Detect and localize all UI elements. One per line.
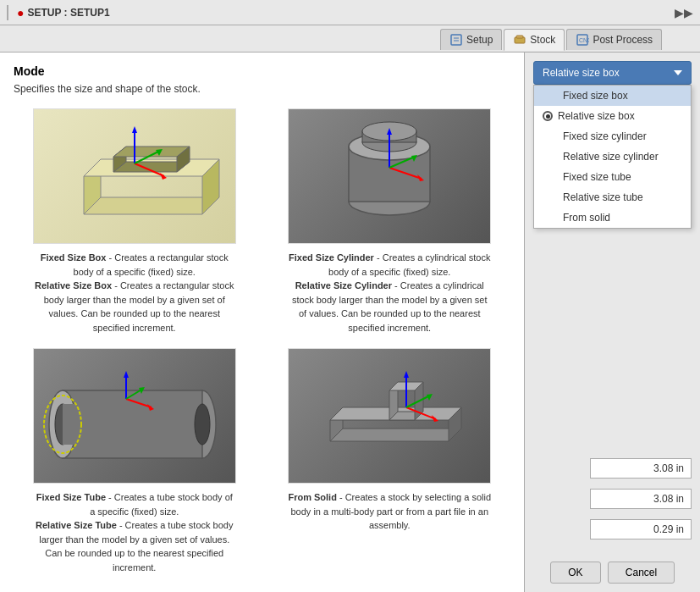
image-cell-solid: From Solid - Creates a stock by selectin… [269, 348, 511, 574]
mode-dropdown-container: Relative size box Fixed size box Relativ… [533, 61, 692, 85]
image-cell-tube: Fixed Size Tube - Creates a tube stock b… [14, 348, 256, 574]
tab-bar: Setup Stock CNC Post Process [0, 25, 700, 53]
dropdown-item-relative-cylinder[interactable]: Relative size cylinder [534, 147, 691, 167]
forward-arrow[interactable]: ▶▶ [675, 6, 693, 19]
tab-setup[interactable]: Setup [440, 29, 502, 50]
dropdown-item-fixed-size-box[interactable]: Fixed size box [534, 86, 691, 106]
dropdown-item-label: Fixed size cylinder [563, 130, 647, 142]
cylinder-svg [296, 113, 482, 240]
mode-dropdown-button[interactable]: Relative size box [533, 61, 692, 85]
main-content: Mode Specifies the size and shape of the… [0, 53, 700, 592]
image-grid: Fixed Size Box - Creates a rectangular s… [14, 108, 510, 574]
caption-box: Fixed Size Box - Creates a rectangular s… [33, 251, 236, 335]
caption-cyl-bold1: Fixed Size Cylinder [289, 252, 374, 263]
caption-tube-text1: - Creates a tube stock body of a specifi… [90, 492, 233, 517]
value-input-1[interactable] [590, 458, 692, 479]
dropdown-item-relative-size-box[interactable]: Relative size box [534, 106, 691, 126]
image-tube [33, 348, 236, 484]
caption-cyl-bold2: Relative Size Cylinder [295, 280, 392, 290]
svg-rect-37 [63, 404, 202, 445]
dropdown-item-label: Fixed size box [563, 90, 628, 102]
button-row: OK Cancel [533, 562, 692, 584]
value-row-3 [533, 519, 692, 539]
top-bar: ● SETUP : SETUP1 ▶▶ [0, 0, 700, 25]
setup-tab-icon [449, 33, 463, 47]
tab-stock-label: Stock [530, 34, 555, 46]
value-input-3[interactable] [590, 519, 692, 539]
caption-tube-bold1: Fixed Size Tube [36, 492, 106, 502]
tab-setup-label: Setup [466, 34, 493, 46]
caption-solid: From Solid - Creates a stock by selectin… [288, 490, 491, 533]
tab-post-process-label: Post Process [593, 34, 653, 46]
dropdown-item-label: Fixed size tube [563, 171, 631, 183]
solid-svg [296, 348, 482, 484]
value-row-1 [533, 458, 692, 479]
value-input-2[interactable] [590, 489, 692, 509]
caption-box-bold2: Relative Size Box [35, 280, 112, 290]
stock-tab-icon [513, 33, 526, 47]
tab-stock[interactable]: Stock [504, 29, 565, 51]
dropdown-menu: Fixed size box Relative size box Fixed s… [533, 85, 692, 229]
svg-point-38 [195, 404, 210, 445]
svg-rect-0 [451, 35, 461, 45]
dropdown-arrow-icon [674, 70, 682, 75]
setup-icon: ● [17, 6, 24, 19]
caption-tube: Fixed Size Tube - Creates a tube stock b… [33, 490, 236, 574]
dropdown-item-label: Relative size box [558, 110, 635, 122]
dropdown-item-from-solid[interactable]: From solid [534, 207, 691, 228]
tube-svg [41, 348, 228, 484]
dropdown-item-fixed-tube[interactable]: Fixed size tube [534, 167, 691, 187]
svg-marker-41 [124, 371, 129, 378]
svg-rect-4 [516, 36, 523, 38]
dropdown-selected-label: Relative size box [543, 67, 620, 79]
image-cell-cylinder: Fixed Size Cylinder - Creates a cylindri… [269, 108, 511, 335]
dropdown-item-label: Relative size cylinder [563, 151, 659, 163]
svg-marker-55 [404, 371, 409, 378]
dropdown-item-relative-tube[interactable]: Relative size tube [534, 187, 691, 207]
svg-marker-7 [84, 197, 219, 214]
radio-selected-icon [543, 111, 553, 121]
dropdown-item-label: From solid [563, 212, 610, 224]
section-title: Mode [14, 64, 510, 78]
right-panel: Relative size box Fixed size box Relativ… [525, 53, 700, 592]
left-panel: Mode Specifies the size and shape of the… [0, 53, 525, 592]
image-box [33, 108, 236, 244]
dropdown-item-label: Relative size tube [563, 191, 643, 203]
top-bar-title: SETUP : SETUP1 [27, 7, 671, 19]
tab-post-process[interactable]: CNC Post Process [566, 29, 662, 50]
section-desc: Specifies the size and shape of the stoc… [14, 83, 510, 95]
caption-tube-bold2: Relative Size Tube [36, 520, 117, 530]
image-solid [288, 348, 491, 484]
post-tab-icon: CNC [576, 33, 589, 47]
box-svg [41, 113, 228, 240]
cancel-button[interactable]: Cancel [608, 562, 675, 584]
caption-solid-bold1: From Solid [288, 492, 336, 502]
svg-marker-16 [132, 126, 137, 133]
dropdown-item-fixed-cylinder[interactable]: Fixed size cylinder [534, 126, 691, 147]
image-cell-box: Fixed Size Box - Creates a rectangular s… [14, 108, 256, 335]
ok-button[interactable]: OK [550, 562, 601, 584]
caption-cylinder: Fixed Size Cylinder - Creates a cylindri… [288, 251, 491, 335]
top-bar-divider [7, 5, 8, 20]
image-cylinder [288, 108, 491, 244]
svg-text:CNC: CNC [579, 37, 589, 43]
svg-marker-46 [330, 429, 461, 441]
caption-box-bold1: Fixed Size Box [41, 252, 107, 263]
value-row-2 [533, 489, 692, 509]
